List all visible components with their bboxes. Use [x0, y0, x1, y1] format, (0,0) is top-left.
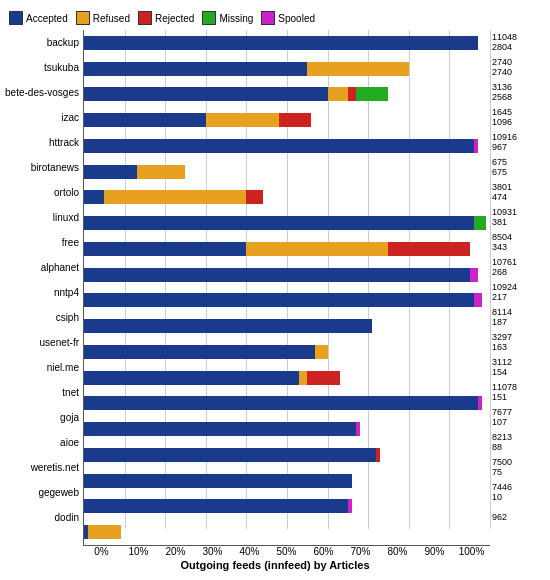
bar-segment-missing: [474, 216, 486, 230]
bar-segment-accepted: [84, 422, 356, 436]
bar-track-backup: [84, 36, 490, 50]
right-label-csiph: 8114187: [492, 308, 545, 328]
y-label-csiph: csiph: [5, 308, 83, 328]
bar-segment-refused: [307, 62, 409, 76]
bar-segment-refused: [315, 345, 327, 359]
missing-label: Missing: [219, 13, 253, 24]
bar-track-birotanews: [84, 165, 490, 179]
legend-row: Accepted Refused Rejected Missing Spoole…: [5, 11, 545, 25]
bar-row-linuxd: [84, 210, 490, 236]
legend-missing: Missing: [202, 11, 253, 25]
y-label-gegeweb: gegeweb: [5, 483, 83, 503]
bar-segment-accepted: [84, 448, 376, 462]
rejected-label: Rejected: [155, 13, 194, 24]
bar-segment-refused: [206, 113, 279, 127]
bar-track-usenet-fr: [84, 345, 490, 359]
bar-segment-accepted: [84, 113, 206, 127]
y-label-niel.me: niel.me: [5, 358, 83, 378]
bar-segment-refused: [104, 190, 246, 204]
bar-row-alphanet: [84, 262, 490, 288]
y-label-nntp4: nntp4: [5, 283, 83, 303]
y-label-alphanet: alphanet: [5, 258, 83, 278]
right-label-httrack: 10916967: [492, 133, 545, 153]
bar-segment-accepted: [84, 62, 307, 76]
y-axis: backuptsukubabete-des-vosgesizachttrackb…: [5, 30, 83, 546]
y-label-tnet: tnet: [5, 383, 83, 403]
x-tick-6: 60%: [305, 546, 342, 557]
y-label-tsukuba: tsukuba: [5, 58, 83, 78]
bar-row-ortolo: [84, 185, 490, 211]
right-label-free: 8504343: [492, 233, 545, 253]
bar-segment-rejected: [279, 113, 311, 127]
right-labels: 1104828042740274031362568164510961091696…: [490, 30, 545, 546]
bar-track-niel.me: [84, 371, 490, 385]
bar-track-httrack: [84, 139, 490, 153]
bar-segment-rejected: [388, 242, 469, 256]
bar-segment-accepted: [84, 474, 352, 488]
x-tick-9: 90%: [416, 546, 453, 557]
right-label-linuxd: 10931381: [492, 208, 545, 228]
bar-segment-accepted: [84, 216, 474, 230]
bar-segment-accepted: [84, 268, 470, 282]
bar-row-nntp4: [84, 288, 490, 314]
bar-segment-refused: [137, 165, 186, 179]
bar-segment-accepted: [84, 139, 474, 153]
bar-segment-spooled: [348, 499, 352, 513]
spooled-label: Spooled: [278, 13, 315, 24]
right-label-dodin: 962: [492, 508, 545, 528]
bar-track-tnet: [84, 396, 490, 410]
x-tick-1: 10%: [120, 546, 157, 557]
bar-segment-accepted: [84, 190, 104, 204]
y-label-dodin: dodin: [5, 508, 83, 528]
bar-track-csiph: [84, 319, 490, 333]
right-label-tsukuba: 27402740: [492, 58, 545, 78]
bar-segment-accepted: [84, 165, 137, 179]
right-label-backup: 110482804: [492, 33, 545, 53]
bar-segment-accepted: [84, 242, 246, 256]
refused-label: Refused: [93, 13, 130, 24]
accepted-label: Accepted: [26, 13, 68, 24]
right-label-alphanet: 10761268: [492, 258, 545, 278]
bar-segment-rejected: [246, 190, 262, 204]
right-label-ortolo: 3801474: [492, 183, 545, 203]
right-label-tnet: 11078151: [492, 383, 545, 403]
x-tick-8: 80%: [379, 546, 416, 557]
right-label-niel.me: 3112154: [492, 358, 545, 378]
y-label-bete-des-vosges: bete-des-vosges: [5, 83, 83, 103]
x-tick-2: 20%: [157, 546, 194, 557]
bar-row-tsukuba: [84, 56, 490, 82]
bar-segment-accepted: [84, 36, 478, 50]
bar-row-csiph: [84, 313, 490, 339]
right-label-izac: 16451096: [492, 108, 545, 128]
spooled-box: [261, 11, 275, 25]
legend-accepted: Accepted: [9, 11, 68, 25]
bar-track-free: [84, 242, 490, 256]
y-label-backup: backup: [5, 33, 83, 53]
rejected-box: [138, 11, 152, 25]
y-label-weretis.net: weretis.net: [5, 458, 83, 478]
bar-track-tsukuba: [84, 62, 490, 76]
x-title: Outgoing feeds (innfeed) by Articles: [5, 559, 545, 571]
bar-segment-accepted: [84, 87, 328, 101]
bar-segment-spooled: [474, 139, 478, 153]
bar-segment-rejected: [307, 371, 339, 385]
bar-segment-spooled: [356, 422, 360, 436]
bar-row-free: [84, 236, 490, 262]
bar-track-nntp4: [84, 293, 490, 307]
bar-segment-rejected: [376, 448, 380, 462]
bar-segment-spooled: [470, 268, 478, 282]
right-label-usenet-fr: 3297163: [492, 333, 545, 353]
y-label-birotanews: birotanews: [5, 158, 83, 178]
bar-segment-spooled: [474, 293, 482, 307]
grid-line-10: [490, 30, 491, 529]
accepted-box: [9, 11, 23, 25]
right-label-bete-des-vosges: 31362568: [492, 83, 545, 103]
missing-box: [202, 11, 216, 25]
bar-segment-accepted: [84, 293, 474, 307]
bar-row-backup: [84, 30, 490, 56]
bar-segment-rejected: [348, 87, 356, 101]
x-tick-4: 40%: [231, 546, 268, 557]
bar-segment-accepted: [84, 345, 315, 359]
bar-segment-refused: [328, 87, 348, 101]
y-label-linuxd: linuxd: [5, 208, 83, 228]
